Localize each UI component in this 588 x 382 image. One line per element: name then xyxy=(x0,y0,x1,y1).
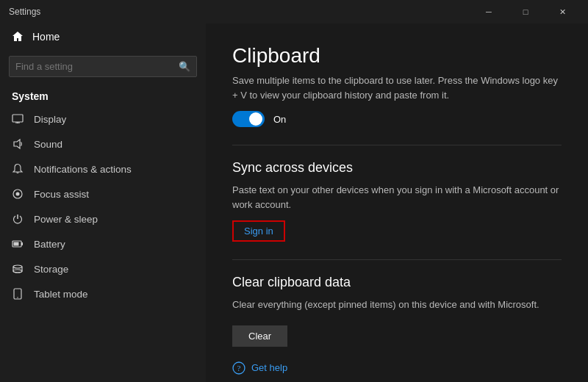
sync-section-text: Paste text on your other devices when yo… xyxy=(232,183,562,212)
sidebar-item-power[interactable]: Power & sleep xyxy=(0,206,206,231)
svg-text:?: ? xyxy=(237,364,241,372)
sidebar-home-button[interactable]: Home xyxy=(0,24,206,50)
storage-icon xyxy=(12,263,24,275)
sidebar-item-sound-label: Sound xyxy=(34,139,62,150)
title-bar-controls: ─ □ ✕ xyxy=(472,0,579,24)
system-section-label: System xyxy=(0,83,206,107)
page-description: Save multiple items to the clipboard to … xyxy=(232,73,562,102)
notifications-icon xyxy=(12,163,24,175)
sidebar: Home 🔍 System Display Sound xyxy=(0,24,206,382)
clear-section-heading: Clear clipboard data xyxy=(232,275,562,290)
page-title: Clipboard xyxy=(232,44,562,68)
sidebar-item-power-label: Power & sleep xyxy=(34,214,98,225)
divider-2 xyxy=(232,259,562,260)
svg-point-10 xyxy=(13,265,22,268)
sidebar-item-sound[interactable]: Sound xyxy=(0,131,206,156)
close-button[interactable]: ✕ xyxy=(545,0,579,24)
home-label: Home xyxy=(32,31,60,43)
search-icon: 🔍 xyxy=(179,61,190,72)
sound-icon xyxy=(12,138,24,150)
svg-marker-3 xyxy=(14,140,20,148)
power-icon xyxy=(12,213,24,225)
svg-point-13 xyxy=(17,297,18,298)
get-help-label: Get help xyxy=(251,362,287,373)
sign-in-button[interactable]: Sign in xyxy=(232,220,285,242)
maximize-button[interactable]: □ xyxy=(509,0,542,24)
sidebar-item-storage-label: Storage xyxy=(34,264,68,275)
content-area: Clipboard Save multiple items to the cli… xyxy=(206,24,588,382)
clipboard-toggle-row: On xyxy=(232,111,562,127)
title-bar: Settings ─ □ ✕ xyxy=(0,0,588,24)
svg-rect-9 xyxy=(14,242,19,246)
get-help-icon: ? xyxy=(232,361,245,375)
minimize-button[interactable]: ─ xyxy=(472,0,506,24)
sidebar-item-display-label: Display xyxy=(34,114,66,125)
sidebar-item-notifications-label: Notifications & actions xyxy=(34,164,132,175)
clipboard-toggle[interactable] xyxy=(232,111,265,127)
svg-point-11 xyxy=(13,270,22,273)
sidebar-item-focus-label: Focus assist xyxy=(34,189,89,200)
sync-section-heading: Sync across devices xyxy=(232,160,562,176)
sidebar-item-tablet[interactable]: Tablet mode xyxy=(0,281,206,306)
clear-button[interactable]: Clear xyxy=(232,325,287,347)
main-layout: Home 🔍 System Display Sound xyxy=(0,24,588,382)
home-icon xyxy=(12,31,24,43)
get-help-row[interactable]: ? Get help xyxy=(232,361,562,375)
sidebar-item-display[interactable]: Display xyxy=(0,107,206,131)
toggle-label: On xyxy=(273,114,286,125)
sidebar-item-battery[interactable]: Battery xyxy=(0,231,206,256)
battery-icon xyxy=(12,238,24,250)
sidebar-item-storage[interactable]: Storage xyxy=(0,256,206,281)
sidebar-item-battery-label: Battery xyxy=(34,239,65,250)
sidebar-item-tablet-label: Tablet mode xyxy=(34,289,88,300)
svg-rect-0 xyxy=(12,115,23,122)
sidebar-item-notifications[interactable]: Notifications & actions xyxy=(0,156,206,181)
display-icon xyxy=(12,113,24,125)
focus-icon xyxy=(12,188,24,200)
tablet-icon xyxy=(12,288,24,300)
title-bar-title: Settings xyxy=(9,7,40,17)
sidebar-item-focus[interactable]: Focus assist xyxy=(0,181,206,206)
search-box[interactable]: 🔍 xyxy=(9,56,197,77)
toggle-knob xyxy=(249,112,262,126)
svg-point-5 xyxy=(16,192,20,196)
search-input[interactable] xyxy=(15,61,174,72)
clear-section-text: Clear everything (except pinned items) o… xyxy=(232,298,562,312)
divider-1 xyxy=(232,145,562,145)
